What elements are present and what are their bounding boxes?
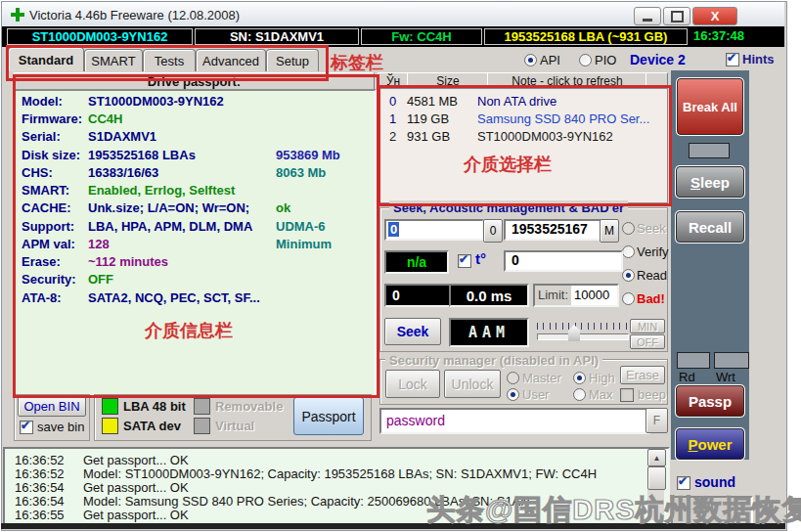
passport-label: Erase: [22,254,61,269]
temperature-checkbox[interactable] [458,254,471,268]
lba48-label: LBA 48 bit [123,399,186,414]
passport-value2: UDMA-6 [276,219,326,234]
power-button[interactable]: Power [676,428,744,460]
minimize-button[interactable] [634,7,661,25]
log-line: 16:36:52Model: ST1000DM003-9YN162; Capac… [15,466,65,481]
log-text: Get passport... OK [83,508,189,522]
device-num: 0 [389,94,396,109]
limit-input[interactable]: 10000 [571,286,617,305]
api-label: API [540,53,560,67]
tab-setup[interactable]: Setup [266,49,319,71]
beep-checkbox[interactable] [620,388,634,402]
device-size: 4581 MB [407,94,458,109]
password-f-button[interactable]: F [645,408,668,433]
seek-button[interactable]: Seek [384,318,441,345]
passport-value: OFF [88,272,113,287]
temperature-label: t° [475,250,486,267]
max-radio[interactable] [573,388,586,401]
sata-indicator [102,418,118,434]
passport-value: Enabled, Errlog, Selftest [88,183,235,198]
aam-led-display: AAM [449,318,529,347]
device-row[interactable]: 0 4581 MB Non ATA drive [378,94,666,110]
open-bin-button[interactable]: Open BIN [18,396,86,417]
sound-checkbox[interactable] [677,476,690,490]
break-all-button[interactable]: Break All [677,78,743,135]
device-row[interactable]: 1 119 GB Samsung SSD 840 PRO Ser... [378,111,666,127]
verify-mode-radio[interactable] [622,245,635,258]
zero-button[interactable]: 0 [483,219,503,243]
recall-button[interactable]: Recall [676,211,744,243]
log-line: 16:36:54Get passport... OK [15,480,65,495]
status-capacity: 1953525168 LBA (~931 GB) [484,28,688,45]
app-icon [11,8,24,22]
unlock-button[interactable]: Unlock [444,370,501,398]
lock-button[interactable]: Lock [385,370,440,398]
hints-checkbox[interactable] [726,53,739,66]
maximize-button[interactable] [663,7,690,25]
tab-tests[interactable]: Tests [143,49,196,71]
passport-label: Model: [22,94,63,109]
max-lba-button[interactable]: M [600,219,619,243]
victoria-app: Victoria 4.46b Freeware (12.08.2008) X S… [0,0,801,532]
bad-mode-radio[interactable] [622,292,635,305]
count-input[interactable]: 0 [504,250,623,272]
removable-label: Removable [215,399,283,414]
passport-value: S1DAXMV1 [88,129,156,144]
lba48-indicator [102,398,118,415]
master-radio[interactable] [507,372,519,384]
device-note: Samsung SSD 840 PRO Ser... [477,111,649,126]
save-bin-checkbox[interactable] [20,421,33,434]
passport-button[interactable]: Passport [293,397,364,435]
log-time: 16:36:54 [15,494,65,509]
close-button[interactable]: X [692,7,737,25]
aam-off-button[interactable]: OFF [630,334,665,349]
device-size: 119 GB [407,111,449,126]
log-line: 16:36:55Get passport... OK [15,508,65,522]
passp-button[interactable]: Passp [676,385,744,417]
start-lba-input[interactable]: 0 [384,219,484,241]
passport-label: Firmware: [22,111,82,126]
seek-mode-radio[interactable] [622,222,635,235]
device-row[interactable]: 2 931 GB ST1000DM003-9YN162 [378,129,666,145]
scroll-up-icon[interactable]: ▲ [647,449,666,466]
high-radio[interactable] [573,372,586,384]
virtual-indicator [194,418,210,434]
passport-value2: Minimum [276,237,332,251]
passport-label: Serial: [22,129,61,144]
api-radio[interactable] [524,54,537,66]
read-mode-label: Read [637,268,667,283]
log-time: 16:36:52 [15,466,65,481]
device-num: 1 [389,111,396,126]
volume-panel [671,496,753,525]
tab-standard[interactable]: Standard [8,47,84,71]
master-label: Master [522,371,561,385]
aam-min-button[interactable]: MIN [630,319,665,333]
status-clock: 16:37:48 [689,28,749,43]
tab-smart[interactable]: SMART [84,49,143,71]
log-time: 16:36:55 [15,508,65,522]
end-lba-input[interactable]: 1953525167 [504,219,605,241]
pio-label: PIO [595,53,616,67]
temperature-display: n/a [384,250,449,274]
sleep-label: Sleep [690,174,730,191]
sleep-button[interactable]: Sleep [676,166,744,198]
passport-value: LBA, HPA, APM, DLM, DMA [88,219,252,234]
erase-button[interactable]: Erase [620,366,665,384]
passport-label: Disk size: [22,148,80,162]
security-panel-title: Security manager (disabled in API) [385,353,602,368]
passport-value2: 8063 Mb [276,165,326,180]
device-number: Device 2 [630,52,686,67]
password-input[interactable]: password [379,408,650,434]
log-text: Get passport... OK [83,480,189,495]
passport-label: SMART: [22,183,69,198]
log-text: Get passport... OK [83,453,189,467]
passport-value: 128 [88,237,110,251]
recall-label: Recall [689,219,732,236]
pio-radio[interactable] [579,54,592,66]
read-mode-radio[interactable] [622,269,635,282]
user-radio[interactable] [507,388,519,401]
tab-advanced[interactable]: Advanced [196,49,266,71]
passport-value2: ok [276,200,290,215]
hints-label: Hints [742,52,775,66]
log-scrollbar-thumb[interactable] [647,466,666,490]
